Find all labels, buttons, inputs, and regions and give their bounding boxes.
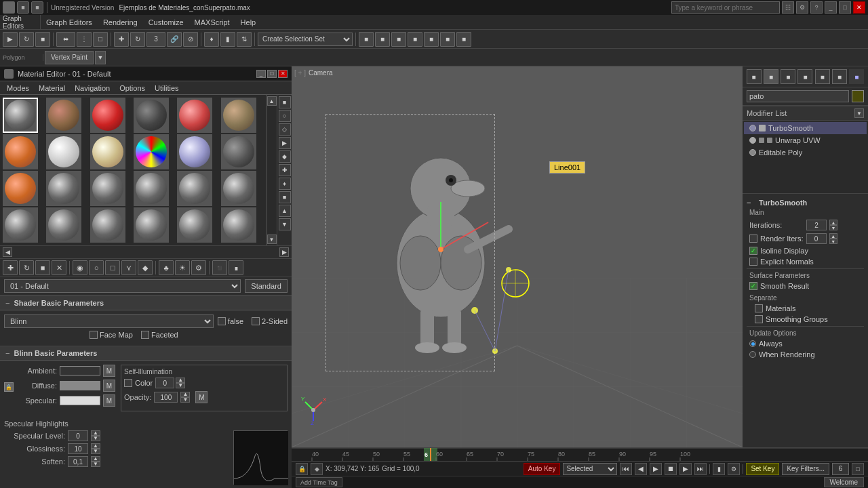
tb-nav-6[interactable]: ■ bbox=[440, 32, 455, 47]
me-tb-checker[interactable]: ∎ bbox=[229, 260, 243, 275]
me-side-icon-10[interactable]: ▼ bbox=[279, 218, 291, 230]
time-config-btn[interactable]: ⚙ bbox=[728, 463, 740, 475]
mat-slot-9[interactable] bbox=[90, 134, 125, 169]
menu-maxscript[interactable]: MAXScript bbox=[189, 16, 235, 28]
me-scroll-down[interactable]: ▼ bbox=[267, 235, 277, 244]
me-side-icon-8[interactable]: ■ bbox=[279, 191, 291, 203]
mat-slot-23[interactable] bbox=[177, 207, 212, 243]
me-menu-utilities[interactable]: Utilities bbox=[151, 83, 182, 94]
mat-slot-19[interactable] bbox=[3, 207, 38, 243]
auto-key-btn[interactable]: Auto Key bbox=[524, 463, 561, 475]
self-illum-color-check[interactable] bbox=[124, 379, 132, 387]
me-tb-box[interactable]: □ bbox=[105, 260, 120, 275]
me-menu-modes[interactable]: Modes bbox=[3, 83, 33, 94]
mat-slot-6[interactable] bbox=[221, 98, 256, 133]
tb-create-selection-set[interactable]: Create Selection Set bbox=[258, 33, 353, 46]
rp-icon-display2[interactable]: ■ bbox=[815, 69, 830, 84]
mat-slot-10[interactable] bbox=[134, 134, 169, 169]
glossiness-input[interactable] bbox=[68, 443, 88, 454]
me-tb-mat-effect[interactable]: ◾ bbox=[212, 260, 227, 275]
ts-collapse[interactable]: − bbox=[747, 199, 756, 207]
add-time-tag-btn[interactable]: Add Time Tag bbox=[296, 477, 342, 487]
tb-nav-3[interactable]: ■ bbox=[391, 32, 406, 47]
me-material-select[interactable]: 01 - Default bbox=[4, 279, 241, 293]
smoothing-groups-checkbox[interactable] bbox=[755, 315, 763, 323]
key-filters-btn[interactable]: Key Filters... bbox=[782, 463, 829, 475]
opacity-spin-down[interactable]: ▼ bbox=[180, 397, 190, 403]
tb-bind-space[interactable]: ♦ bbox=[204, 32, 219, 47]
mat-slot-5[interactable] bbox=[177, 98, 212, 133]
tb-select-by-name[interactable]: ⋮ bbox=[77, 32, 92, 47]
render-iter-up[interactable]: ▲ bbox=[829, 233, 837, 239]
rp-icon-utilities[interactable]: ■ bbox=[832, 69, 847, 84]
soften-input[interactable] bbox=[68, 456, 88, 467]
object-name-input[interactable] bbox=[747, 90, 849, 102]
smooth-result-checkbox[interactable] bbox=[749, 282, 757, 290]
mat-slot-24[interactable] bbox=[221, 207, 256, 243]
mat-slot-14[interactable] bbox=[46, 171, 81, 206]
prev-frame-btn[interactable]: ◀ bbox=[635, 463, 647, 475]
self-illum-spin-down[interactable]: ▼ bbox=[176, 383, 185, 388]
opacity-value[interactable] bbox=[154, 392, 178, 403]
mat-slot-4[interactable] bbox=[134, 98, 169, 133]
menu-customize[interactable]: Customize bbox=[143, 16, 189, 28]
icon-minimize[interactable]: _ bbox=[825, 1, 837, 14]
render-iters-input[interactable] bbox=[806, 233, 827, 244]
tb-move[interactable]: ✚ bbox=[114, 32, 129, 47]
app-icon-1[interactable]: ■ bbox=[17, 1, 29, 14]
tb-align[interactable]: ▮ bbox=[220, 32, 235, 47]
next-frame-btn[interactable]: ▶ bbox=[679, 463, 692, 475]
when-rendering-radio[interactable] bbox=[749, 351, 756, 358]
ts-iterations-input[interactable] bbox=[806, 220, 827, 230]
me-side-icon-6[interactable]: ✚ bbox=[279, 164, 291, 176]
time-input[interactable] bbox=[832, 463, 849, 475]
menu-help[interactable]: Help bbox=[235, 16, 262, 28]
bottom-key-icon[interactable]: ◆ bbox=[311, 463, 323, 475]
me-tb-bg[interactable]: ♣ bbox=[159, 260, 174, 275]
self-illum-value[interactable] bbox=[155, 378, 174, 388]
blinn-basic-collapse[interactable]: − bbox=[5, 349, 9, 357]
me-menu-navigation[interactable]: Navigation bbox=[71, 83, 114, 94]
specular-map-btn[interactable]: M bbox=[103, 394, 115, 407]
specular-color[interactable] bbox=[60, 396, 100, 405]
rp-icon-hierarchy[interactable]: ■ bbox=[781, 69, 795, 84]
modifier-turbosmooth[interactable]: TurboSmooth bbox=[744, 122, 867, 134]
me-tb-cyl[interactable]: ⋎ bbox=[121, 260, 136, 275]
mat-slot-3[interactable] bbox=[90, 98, 125, 133]
mat-slot-18[interactable] bbox=[221, 171, 256, 206]
me-side-icon-3[interactable]: ◇ bbox=[279, 123, 291, 136]
me-side-icon-5[interactable]: ◆ bbox=[279, 150, 291, 163]
isoline-checkbox[interactable] bbox=[749, 247, 757, 255]
me-nav-prev[interactable]: ◀ bbox=[3, 247, 12, 257]
tb-nav-1[interactable]: ■ bbox=[359, 32, 374, 47]
tb-select-region[interactable]: □ bbox=[93, 32, 108, 47]
me-scroll-up[interactable]: ▲ bbox=[267, 96, 277, 106]
tb-btn-1[interactable]: ▶ bbox=[3, 32, 18, 47]
icon-help[interactable]: ? bbox=[810, 1, 823, 14]
soften-down[interactable]: ▼ bbox=[91, 462, 100, 467]
tb-nav-7[interactable]: ■ bbox=[456, 32, 471, 47]
ts-iter-up[interactable]: ▲ bbox=[829, 220, 837, 225]
tb-btn-2[interactable]: ↻ bbox=[19, 32, 34, 47]
menu-rendering[interactable]: Rendering bbox=[98, 16, 143, 28]
tb-rotate[interactable]: ↻ bbox=[130, 32, 145, 47]
mat-slot-1[interactable] bbox=[3, 98, 38, 133]
menu-graph-editors[interactable]: Graph Editors bbox=[41, 16, 98, 28]
tb-btn-3[interactable]: ■ bbox=[35, 32, 50, 47]
mat-slot-11[interactable] bbox=[177, 134, 212, 169]
app-icon-2[interactable]: ■ bbox=[31, 1, 43, 14]
mat-slot-2[interactable] bbox=[46, 98, 81, 133]
spec-level-input[interactable] bbox=[68, 430, 88, 441]
me-menu-options[interactable]: Options bbox=[115, 83, 149, 94]
tb-scale[interactable]: 3 bbox=[146, 32, 165, 47]
diffuse-color[interactable] bbox=[60, 381, 100, 390]
materials-checkbox[interactable] bbox=[755, 304, 763, 312]
me-side-icon-1[interactable]: ■ bbox=[279, 96, 291, 108]
me-btn-maximize[interactable]: □ bbox=[267, 70, 277, 78]
lock-icon[interactable]: 🔒 bbox=[4, 382, 14, 392]
always-radio[interactable] bbox=[749, 340, 756, 347]
me-tb-light[interactable]: ☀ bbox=[175, 260, 190, 275]
two-sided-checkbox[interactable] bbox=[252, 317, 260, 325]
face-map-checkbox[interactable] bbox=[90, 331, 98, 339]
play-btn[interactable]: ▶ bbox=[650, 463, 662, 475]
